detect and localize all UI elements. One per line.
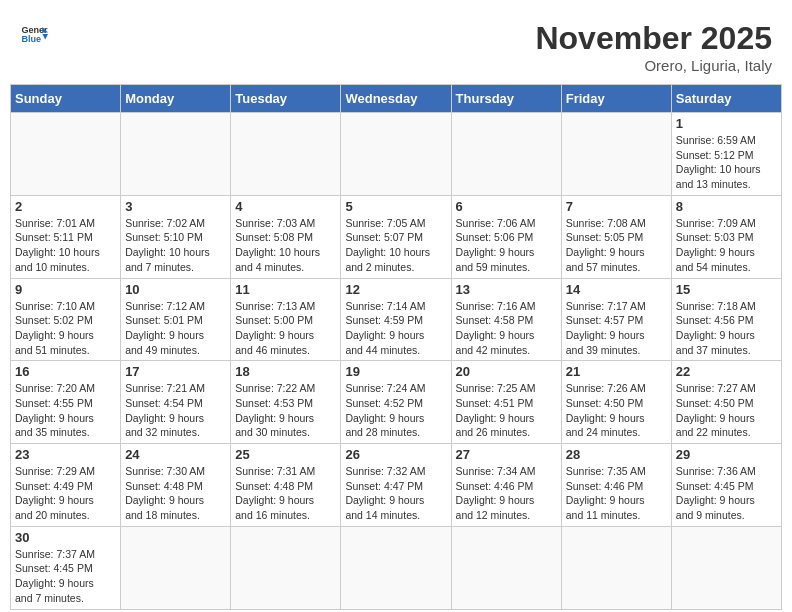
day-number: 13 — [456, 282, 557, 297]
day-info: Sunrise: 7:35 AM Sunset: 4:46 PM Dayligh… — [566, 464, 667, 523]
calendar-day-cell: 1Sunrise: 6:59 AM Sunset: 5:12 PM Daylig… — [671, 113, 781, 196]
calendar-day-cell — [341, 113, 451, 196]
day-number: 10 — [125, 282, 226, 297]
day-info: Sunrise: 7:14 AM Sunset: 4:59 PM Dayligh… — [345, 299, 446, 358]
day-number: 3 — [125, 199, 226, 214]
day-number: 25 — [235, 447, 336, 462]
calendar-day-cell: 6Sunrise: 7:06 AM Sunset: 5:06 PM Daylig… — [451, 195, 561, 278]
calendar-day-cell: 20Sunrise: 7:25 AM Sunset: 4:51 PM Dayli… — [451, 361, 561, 444]
calendar-day-cell: 5Sunrise: 7:05 AM Sunset: 5:07 PM Daylig… — [341, 195, 451, 278]
calendar-day-cell — [451, 526, 561, 609]
day-info: Sunrise: 7:37 AM Sunset: 4:45 PM Dayligh… — [15, 547, 116, 606]
calendar-day-cell: 4Sunrise: 7:03 AM Sunset: 5:08 PM Daylig… — [231, 195, 341, 278]
calendar-day-cell — [561, 526, 671, 609]
day-info: Sunrise: 7:26 AM Sunset: 4:50 PM Dayligh… — [566, 381, 667, 440]
calendar-day-cell: 14Sunrise: 7:17 AM Sunset: 4:57 PM Dayli… — [561, 278, 671, 361]
calendar-day-cell — [121, 113, 231, 196]
day-info: Sunrise: 7:24 AM Sunset: 4:52 PM Dayligh… — [345, 381, 446, 440]
calendar-day-cell — [121, 526, 231, 609]
day-number: 4 — [235, 199, 336, 214]
day-number: 8 — [676, 199, 777, 214]
day-number: 19 — [345, 364, 446, 379]
day-info: Sunrise: 7:25 AM Sunset: 4:51 PM Dayligh… — [456, 381, 557, 440]
calendar-day-cell: 8Sunrise: 7:09 AM Sunset: 5:03 PM Daylig… — [671, 195, 781, 278]
calendar-day-cell: 2Sunrise: 7:01 AM Sunset: 5:11 PM Daylig… — [11, 195, 121, 278]
weekday-header-cell: Friday — [561, 85, 671, 113]
day-number: 24 — [125, 447, 226, 462]
day-number: 28 — [566, 447, 667, 462]
day-number: 15 — [676, 282, 777, 297]
weekday-header-cell: Thursday — [451, 85, 561, 113]
calendar-day-cell: 18Sunrise: 7:22 AM Sunset: 4:53 PM Dayli… — [231, 361, 341, 444]
day-info: Sunrise: 7:08 AM Sunset: 5:05 PM Dayligh… — [566, 216, 667, 275]
day-number: 6 — [456, 199, 557, 214]
day-number: 11 — [235, 282, 336, 297]
day-info: Sunrise: 7:06 AM Sunset: 5:06 PM Dayligh… — [456, 216, 557, 275]
month-title: November 2025 — [535, 20, 772, 57]
weekday-header-cell: Sunday — [11, 85, 121, 113]
calendar-day-cell: 13Sunrise: 7:16 AM Sunset: 4:58 PM Dayli… — [451, 278, 561, 361]
day-info: Sunrise: 7:20 AM Sunset: 4:55 PM Dayligh… — [15, 381, 116, 440]
weekday-header-cell: Saturday — [671, 85, 781, 113]
calendar-day-cell: 26Sunrise: 7:32 AM Sunset: 4:47 PM Dayli… — [341, 444, 451, 527]
calendar-week-row: 30Sunrise: 7:37 AM Sunset: 4:45 PM Dayli… — [11, 526, 782, 609]
day-info: Sunrise: 7:10 AM Sunset: 5:02 PM Dayligh… — [15, 299, 116, 358]
calendar-week-row: 2Sunrise: 7:01 AM Sunset: 5:11 PM Daylig… — [11, 195, 782, 278]
day-info: Sunrise: 7:12 AM Sunset: 5:01 PM Dayligh… — [125, 299, 226, 358]
calendar-day-cell: 15Sunrise: 7:18 AM Sunset: 4:56 PM Dayli… — [671, 278, 781, 361]
day-info: Sunrise: 7:18 AM Sunset: 4:56 PM Dayligh… — [676, 299, 777, 358]
calendar-day-cell — [451, 113, 561, 196]
calendar-day-cell: 10Sunrise: 7:12 AM Sunset: 5:01 PM Dayli… — [121, 278, 231, 361]
day-number: 2 — [15, 199, 116, 214]
calendar-day-cell: 28Sunrise: 7:35 AM Sunset: 4:46 PM Dayli… — [561, 444, 671, 527]
day-info: Sunrise: 7:27 AM Sunset: 4:50 PM Dayligh… — [676, 381, 777, 440]
calendar-day-cell — [231, 526, 341, 609]
calendar-day-cell: 24Sunrise: 7:30 AM Sunset: 4:48 PM Dayli… — [121, 444, 231, 527]
calendar-week-row: 16Sunrise: 7:20 AM Sunset: 4:55 PM Dayli… — [11, 361, 782, 444]
calendar-day-cell — [341, 526, 451, 609]
calendar-body: 1Sunrise: 6:59 AM Sunset: 5:12 PM Daylig… — [11, 113, 782, 610]
generalblue-icon: General Blue — [20, 20, 48, 48]
day-number: 29 — [676, 447, 777, 462]
svg-marker-3 — [42, 34, 48, 40]
day-info: Sunrise: 7:16 AM Sunset: 4:58 PM Dayligh… — [456, 299, 557, 358]
calendar-day-cell: 27Sunrise: 7:34 AM Sunset: 4:46 PM Dayli… — [451, 444, 561, 527]
calendar-day-cell: 25Sunrise: 7:31 AM Sunset: 4:48 PM Dayli… — [231, 444, 341, 527]
weekday-header-cell: Wednesday — [341, 85, 451, 113]
day-info: Sunrise: 7:21 AM Sunset: 4:54 PM Dayligh… — [125, 381, 226, 440]
calendar-week-row: 23Sunrise: 7:29 AM Sunset: 4:49 PM Dayli… — [11, 444, 782, 527]
calendar-day-cell: 21Sunrise: 7:26 AM Sunset: 4:50 PM Dayli… — [561, 361, 671, 444]
day-info: Sunrise: 7:29 AM Sunset: 4:49 PM Dayligh… — [15, 464, 116, 523]
day-number: 22 — [676, 364, 777, 379]
day-number: 27 — [456, 447, 557, 462]
calendar-day-cell: 9Sunrise: 7:10 AM Sunset: 5:02 PM Daylig… — [11, 278, 121, 361]
day-number: 23 — [15, 447, 116, 462]
day-info: Sunrise: 7:32 AM Sunset: 4:47 PM Dayligh… — [345, 464, 446, 523]
day-info: Sunrise: 6:59 AM Sunset: 5:12 PM Dayligh… — [676, 133, 777, 192]
calendar-day-cell: 17Sunrise: 7:21 AM Sunset: 4:54 PM Dayli… — [121, 361, 231, 444]
weekday-header-cell: Tuesday — [231, 85, 341, 113]
day-info: Sunrise: 7:05 AM Sunset: 5:07 PM Dayligh… — [345, 216, 446, 275]
calendar-day-cell: 12Sunrise: 7:14 AM Sunset: 4:59 PM Dayli… — [341, 278, 451, 361]
day-info: Sunrise: 7:22 AM Sunset: 4:53 PM Dayligh… — [235, 381, 336, 440]
header: General Blue November 2025 Orero, Liguri… — [10, 10, 782, 79]
location-title: Orero, Liguria, Italy — [535, 57, 772, 74]
calendar-day-cell — [561, 113, 671, 196]
day-info: Sunrise: 7:13 AM Sunset: 5:00 PM Dayligh… — [235, 299, 336, 358]
day-info: Sunrise: 7:02 AM Sunset: 5:10 PM Dayligh… — [125, 216, 226, 275]
calendar: SundayMondayTuesdayWednesdayThursdayFrid… — [10, 84, 782, 610]
calendar-week-row: 9Sunrise: 7:10 AM Sunset: 5:02 PM Daylig… — [11, 278, 782, 361]
day-number: 9 — [15, 282, 116, 297]
calendar-day-cell: 23Sunrise: 7:29 AM Sunset: 4:49 PM Dayli… — [11, 444, 121, 527]
day-info: Sunrise: 7:03 AM Sunset: 5:08 PM Dayligh… — [235, 216, 336, 275]
calendar-day-cell: 22Sunrise: 7:27 AM Sunset: 4:50 PM Dayli… — [671, 361, 781, 444]
day-info: Sunrise: 7:31 AM Sunset: 4:48 PM Dayligh… — [235, 464, 336, 523]
day-number: 26 — [345, 447, 446, 462]
calendar-day-cell — [671, 526, 781, 609]
logo: General Blue — [20, 20, 48, 48]
svg-text:Blue: Blue — [21, 34, 41, 44]
day-number: 1 — [676, 116, 777, 131]
day-number: 30 — [15, 530, 116, 545]
day-number: 18 — [235, 364, 336, 379]
day-number: 14 — [566, 282, 667, 297]
